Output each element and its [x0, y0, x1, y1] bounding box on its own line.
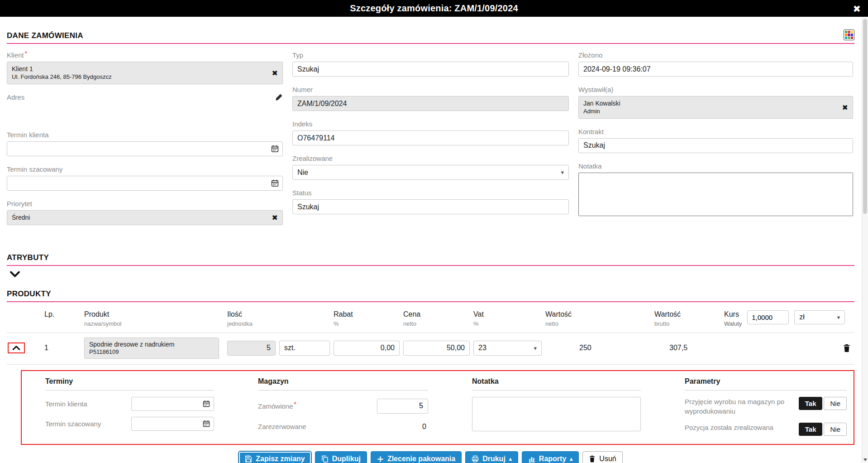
currency-select[interactable]: zł ▾: [794, 310, 845, 324]
detail-divider: [685, 390, 847, 391]
vertical-scrollbar[interactable]: [862, 17, 868, 463]
calendar-icon[interactable]: [271, 145, 279, 153]
clear-priorytet-icon[interactable]: ✖: [272, 213, 278, 222]
row-unit-cell: [279, 341, 334, 356]
field-label-zrealizowane: Zrealizowane: [292, 154, 333, 162]
kurs-input[interactable]: [747, 310, 789, 324]
detail-termin-szacowany-input[interactable]: [131, 417, 214, 431]
plus-icon: [377, 456, 384, 463]
termin-klienta-input[interactable]: [7, 141, 283, 156]
unit-input[interactable]: [279, 341, 330, 356]
trash-icon: [589, 455, 596, 463]
product-value-box: Spodnie dresowe z nadrukiem P51186109: [84, 338, 219, 359]
caret-down-icon: ▾: [534, 345, 537, 352]
indeks-input[interactable]: [292, 130, 569, 145]
grid-square: [848, 34, 850, 36]
qty-input: [227, 341, 276, 356]
col-wartosc-netto: Wartość netto: [545, 310, 629, 327]
delete-button[interactable]: Usuń: [582, 451, 622, 463]
calendar-icon[interactable]: [203, 420, 210, 427]
detail-parametry: Parametry Przyjęcie wyrobu na magazyn po…: [685, 377, 847, 443]
section-dane-zamowienia: DANE ZAMÓWIENIA: [7, 29, 854, 44]
close-icon[interactable]: ✖: [853, 4, 861, 13]
toggle-nie-button[interactable]: Nie: [824, 423, 847, 436]
row-detail-panel: Terminy Termin klienta Termin szacowany: [21, 370, 854, 445]
rabat-input[interactable]: [334, 341, 400, 356]
save-changes-button[interactable]: Zapisz zmiany: [238, 451, 311, 463]
toggle-tak-button[interactable]: Tak: [799, 397, 823, 410]
print-button[interactable]: Drukuj ▴: [465, 451, 518, 463]
duplicate-button[interactable]: Duplikuj: [315, 451, 367, 463]
vat-select[interactable]: 23 ▾: [473, 341, 542, 356]
zlozono-input[interactable]: [578, 62, 853, 77]
copy-icon: [321, 455, 329, 463]
zarezerwowane-value: 0: [422, 423, 428, 431]
termin-szacowany-input[interactable]: [7, 176, 283, 191]
typ-input[interactable]: [292, 62, 569, 77]
section-produkty: PRODUKTY: [7, 289, 854, 302]
modal-title: Szczegóły zamówienia: ZAM/1/09/2024: [350, 3, 518, 14]
kurs-label: Kurs: [724, 310, 742, 318]
save-icon: [245, 455, 252, 463]
col-cena: Cena netto: [403, 310, 473, 327]
detail-notatka-textarea[interactable]: [472, 397, 641, 431]
detail-termin-klienta-input[interactable]: [131, 397, 214, 411]
wystawil-value-box: Jan Kowalski Admin ✖: [578, 96, 853, 119]
section-divider: [7, 301, 854, 302]
edit-address-icon[interactable]: [275, 93, 283, 101]
row-qty-cell: [227, 341, 279, 356]
klient-name: Klient 1: [12, 65, 266, 73]
row-wartosc-netto: 250: [545, 344, 629, 352]
zrealizowane-select[interactable]: Nie ▾: [292, 165, 569, 180]
form-column-2: Typ Numer Indeks Zrealizowane Nie ▾ Stat…: [292, 51, 569, 234]
col-kurs-waluty: Kurs Waluty zł ▾: [719, 310, 854, 327]
cena-input[interactable]: [403, 341, 470, 356]
field-label-klient: Klient: [7, 51, 24, 59]
collapse-row-chevron-up-icon[interactable]: [12, 345, 20, 351]
kontrakt-input[interactable]: [578, 138, 853, 153]
address-empty-area: [7, 104, 283, 122]
row-lp: 1: [44, 344, 84, 352]
row-wartosc-brutto: 307,5: [629, 344, 719, 352]
form-column-1: Klient * Klient 1 Ul. Fordońska 246, 85-…: [7, 51, 283, 234]
section-title-atrybuty: ATRYBUTY: [7, 253, 854, 262]
reports-button[interactable]: Raporty ▴: [522, 451, 579, 463]
section-divider: [7, 43, 854, 44]
field-label-priorytet: Priorytet: [7, 200, 32, 207]
scrollbar-thumb[interactable]: [863, 19, 867, 214]
field-label-typ: Typ: [292, 51, 303, 59]
clear-klient-icon[interactable]: ✖: [272, 68, 278, 77]
field-label-adres: Adres: [7, 93, 24, 101]
calendar-icon[interactable]: [271, 179, 279, 187]
scrollbar-down-arrow-icon[interactable]: [863, 458, 867, 461]
grid-square: [848, 31, 850, 33]
required-marker: *: [294, 400, 296, 408]
apps-grid-icon[interactable]: [844, 29, 854, 40]
notatka-textarea[interactable]: [578, 173, 853, 216]
waluty-label: Waluty: [724, 320, 742, 327]
section-atrybuty: ATRYBUTY: [7, 253, 854, 280]
packing-order-button[interactable]: Zlecenie pakowania: [371, 451, 462, 463]
delete-row-trash-icon[interactable]: [843, 344, 851, 352]
detail-title-notatka: Notatka: [472, 377, 641, 386]
expand-attributes-chevron-down-icon[interactable]: [10, 270, 21, 279]
col-rabat: Rabat %: [334, 310, 403, 327]
field-label-wystawil: Wystawił(a): [578, 86, 613, 93]
toggle-tak-button[interactable]: Tak: [799, 423, 823, 436]
status-input[interactable]: [292, 199, 569, 214]
modal-body: DANE ZAMÓWIENIA Klient * Klient 1 Ul. Fo…: [7, 29, 854, 463]
caret-down-icon: ▾: [837, 314, 840, 321]
field-label-zlozono: Złożono: [578, 51, 602, 59]
clear-wystawil-icon[interactable]: ✖: [842, 103, 848, 111]
calendar-icon[interactable]: [203, 400, 210, 407]
zamowione-input[interactable]: [377, 399, 428, 414]
param-zrealizowana-label: Pozycja została zrealizowana: [685, 423, 773, 432]
klient-address: Ul. Fordońska 246, 85-796 Bydgoszcz: [12, 73, 266, 81]
grid-square: [845, 31, 847, 33]
toggle-nie-button[interactable]: Nie: [824, 397, 847, 410]
caret-down-icon: ▾: [561, 169, 564, 176]
modal-header: Szczegóły zamówienia: ZAM/1/09/2024 ✖: [0, 0, 868, 17]
required-marker: *: [25, 50, 27, 57]
grid-square: [851, 31, 853, 33]
detail-label-termin-szacowany: Termin szacowany: [45, 420, 101, 428]
